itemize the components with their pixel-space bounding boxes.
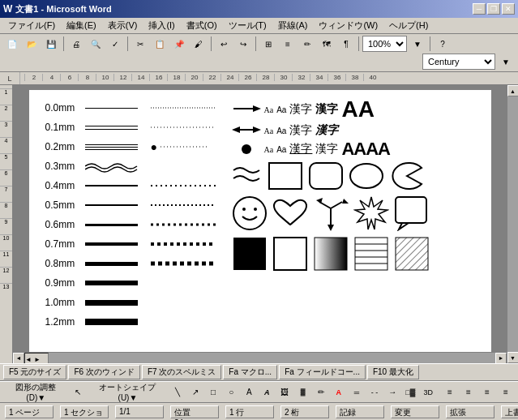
menu-format[interactable]: 書式(O) [182,19,222,32]
menu-table[interactable]: 罫線(A) [273,19,313,32]
align-right[interactable]: ≡ [478,384,496,401]
label-0.8mm: 0.8mm [45,258,82,269]
3d-style[interactable]: 3D [420,384,437,401]
format-painter[interactable]: 🖌 [190,36,208,52]
align-left[interactable]: ≡ [441,384,459,401]
fkey-f10[interactable]: F10 最大化 [367,365,419,379]
draw-arrow[interactable]: ↗ [186,384,203,401]
draw-adjust-button[interactable]: 図形の調整(D)▼ [3,384,69,401]
hatch-rect-shape [394,236,430,273]
app-icon: W [3,3,12,15]
new-button[interactable]: 📄 [3,36,21,52]
align-center[interactable]: ≡ [460,384,477,401]
kanji-aa4: Aa [276,126,286,135]
zoom-select[interactable]: 100% [362,36,407,52]
svg-rect-27 [233,238,266,270]
fkey-fb[interactable]: Fa フィールドコー... [279,365,366,379]
fkey-f6[interactable]: F6 次のウィンド [68,365,139,379]
line-color[interactable]: ✏ [312,384,329,401]
preview-button[interactable]: 🔍 [87,36,105,52]
menu-tools[interactable]: ツール(T) [224,19,272,32]
menu-window[interactable]: ウィンドウ(W) [314,19,383,32]
vruler-2: 2 [0,105,12,121]
vscroll-track[interactable] [507,96,519,352]
arrow-style[interactable]: → [384,384,401,401]
undo-button[interactable]: ↩ [215,36,233,52]
print-button[interactable]: 🖨 [67,36,85,52]
show-hide[interactable]: ¶ [337,36,355,52]
hscroll-pg2[interactable]: ► [34,356,41,363]
status-bar-page: 1 ページ 1 セクション 1/1 位置 34mm 1 行 2 桁 記録 変更 … [0,402,518,420]
menu-file[interactable]: ファイル(F) [3,19,60,32]
draw-textbox[interactable]: A [241,384,258,401]
ruler-mark-14: 14 [131,74,149,81]
copy-button[interactable]: 📋 [151,36,169,52]
paste-button[interactable]: 📌 [170,36,188,52]
menu-insert[interactable]: 挿入(I) [143,19,179,32]
ruler-mark-18: 18 [167,74,185,81]
map-button[interactable]: 🗺 [318,36,336,52]
draw-oval[interactable]: ○ [223,384,240,401]
help-button[interactable]: ? [434,36,452,52]
draw-line[interactable]: ╲ [169,384,186,401]
kanji-6: 漢字 [315,142,338,156]
toolbar-sep3 [211,36,212,51]
table-button[interactable]: ⊞ [259,36,277,52]
outline-rect-shape [272,236,308,273]
insert-wordart[interactable]: A [259,384,276,401]
close-button[interactable]: ✕ [502,3,515,15]
kanji-4: 漢字 [315,123,338,138]
font-select[interactable]: Century [422,54,495,70]
fkey-fa[interactable]: Fa マクロ... [223,365,277,379]
spell-button[interactable]: ✓ [106,36,124,52]
page-area[interactable]: 0.0mm 0.1mm [13,85,507,352]
toolbar-standard: 📄 📂 💾 🖨 🔍 ✓ ✂ 📋 📌 🖌 ↩ ↪ ⊞ ≡ ✏ 🗺 ¶ 100% ▼… [0,34,518,72]
menu-help[interactable]: ヘルプ(H) [384,19,433,32]
horizontal-scrollbar[interactable]: ◄ ◄ ► ► ► [13,352,507,363]
dots-0.2mm: ● [151,141,216,152]
label-0.7mm: 0.7mm [45,238,82,250]
dot-row-8 [151,254,224,273]
dash-style[interactable]: - - [366,384,383,401]
line-style[interactable]: ═ [348,384,365,401]
menu-edit[interactable]: 編集(E) [62,19,101,32]
row-double-arrow: Aa Aa 漢字 漢字 [232,122,475,139]
vscroll-down[interactable]: ▼ [507,352,519,363]
font-dropdown[interactable]: ▼ [497,54,515,70]
hscroll-pg1[interactable]: ◄ [25,356,32,363]
insert-clipart[interactable]: 🖼 [276,384,293,401]
label-0.3mm: 0.3mm [45,161,82,172]
vruler-5: 5 [0,153,12,169]
restore-button[interactable]: ❐ [487,3,500,15]
window-title: 文書1 - Microsoft Word [15,3,111,15]
save-button[interactable]: 💾 [42,36,60,52]
kanji-5: 漢字 [289,142,312,156]
font-color[interactable]: A [330,384,347,401]
zoom-dropdown[interactable]: ▼ [409,36,426,52]
draw-rect[interactable]: □ [204,384,221,401]
cut-button[interactable]: ✂ [131,36,149,52]
toolbar-sep5 [358,36,359,51]
menu-view[interactable]: 表示(V) [103,19,143,32]
justify[interactable]: ≡ [497,384,515,401]
redo-button[interactable]: ↪ [234,36,252,52]
shadow-style[interactable]: □▓ [402,384,419,401]
hscroll-right[interactable]: ► [495,353,507,364]
hscroll-track[interactable] [49,353,495,364]
select-cursor[interactable]: ↖ [70,384,87,401]
label-0.5mm: 0.5mm [45,199,82,211]
columns-button[interactable]: ≡ [279,36,297,52]
kanji-aa1: Aa [264,105,274,114]
open-button[interactable]: 📂 [23,36,41,52]
minimize-button[interactable]: ─ [473,3,486,15]
ruler-mark-12: 12 [113,74,131,81]
drawing-button[interactable]: ✏ [298,36,316,52]
starburst-shape [353,195,389,233]
hscroll-left[interactable]: ◄ [13,353,24,364]
vruler-9: 9 [0,218,12,234]
fill-color[interactable]: ▓ [294,384,311,401]
vscroll-up[interactable]: ▲ [507,85,519,96]
fkey-f5[interactable]: F5 元のサイズ [3,365,66,379]
autoshape-button[interactable]: オートシェイプ(U)▼ [88,384,169,401]
fkey-f7[interactable]: F7 次のスペルミス [142,365,221,379]
